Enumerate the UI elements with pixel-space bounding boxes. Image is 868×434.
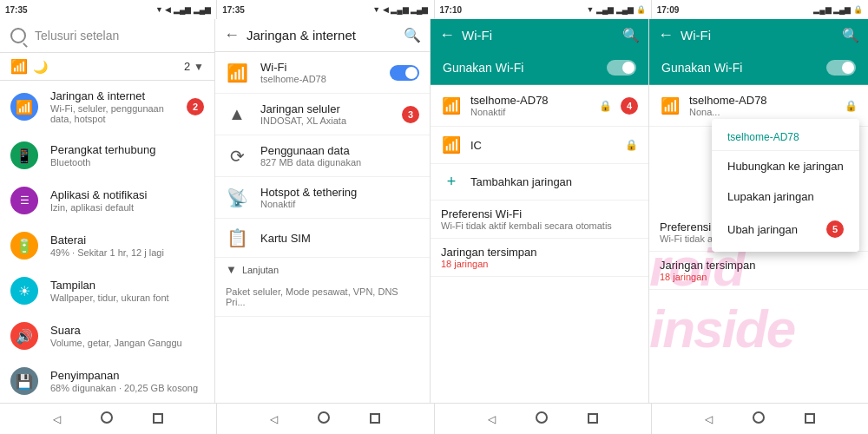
- home-button-2[interactable]: [311, 408, 337, 431]
- wifi-toggle-switch[interactable]: [607, 60, 636, 76]
- wifi-saved-button[interactable]: Jaringan tersimpan 18 jaringan: [431, 239, 648, 277]
- network-item-text: Jaringan & internet Wi-Fi, seluler, peng…: [50, 89, 174, 124]
- back-button-2[interactable]: ◁: [263, 410, 285, 429]
- cellular-item-text: Jaringan seluler INDOSAT, XL Axiata: [260, 102, 390, 126]
- network-item-cellular[interactable]: ▲ Jaringan seluler INDOSAT, XL Axiata 3: [215, 94, 430, 135]
- status-bar-3: 17:10 ▼ ▂▄▆ ▂▄▆ 🔒: [435, 0, 652, 19]
- wifi-panel4-title: Wi-Fi: [681, 28, 835, 43]
- wifi-header-4: ← Wi-Fi 🔍: [649, 19, 868, 51]
- back-arrow-wifi4[interactable]: ←: [658, 26, 674, 44]
- wifi-saved-button-4[interactable]: Jaringan tersimpan 18 jaringan: [649, 252, 868, 290]
- network-item-hotspot[interactable]: 📡 Hotspot & tethering Nonaktif: [215, 177, 430, 219]
- recents-button-1[interactable]: [146, 408, 170, 431]
- wifi-network-list: 📶 tselhome-AD78 Nonaktif 🔒 4 📶 IC 🔒 +: [431, 85, 648, 403]
- apps-item-subtitle: Izin, aplikasi default: [50, 202, 204, 213]
- context-menu-lupakan[interactable]: Lupakan jaringan: [712, 181, 859, 212]
- network-item-sim[interactable]: 📋 Kartu SIM: [215, 219, 430, 258]
- panel2-title: Jaringan & internet: [247, 28, 397, 43]
- home-button-4[interactable]: [746, 408, 772, 431]
- network-item-subtitle: Wi-Fi, seluler, penggunaan data, hotspot: [50, 103, 174, 124]
- context-menu-ubah-label: Ubah jaringan: [727, 223, 798, 236]
- sound-item-title: Suara: [50, 324, 204, 337]
- search-bar[interactable]: Telusuri setelan: [0, 19, 214, 53]
- wifi-header: ← Wi-Fi 🔍: [431, 19, 648, 51]
- tselhome-status-4: Nona...: [689, 107, 836, 117]
- hotspot-icon: 📡: [226, 187, 248, 208]
- network-panel: ← Jaringan & internet 🔍 📶 Wi-Fi tselhome…: [215, 19, 431, 403]
- home-button-1[interactable]: [94, 408, 120, 431]
- back-arrow-wifi[interactable]: ←: [439, 26, 455, 44]
- sidebar-item-display[interactable]: ☀ Tampilan Wallpaper, tidur, ukuran font: [0, 268, 214, 313]
- context-menu-ubah[interactable]: Ubah jaringan 5: [712, 212, 859, 247]
- home-button-3[interactable]: [529, 408, 555, 431]
- back-button-1[interactable]: ◁: [46, 410, 68, 429]
- icons-1: ▼ ◀ ▂▄▆ ▂▄▆: [155, 5, 211, 14]
- sidebar-item-sound[interactable]: 🔊 Suara Volume, getar, Jangan Ganggu: [0, 313, 214, 358]
- context-menu: tselhome-AD78 Hubungkan ke jaringan Lupa…: [712, 119, 859, 252]
- search-icon-p2[interactable]: 🔍: [404, 27, 421, 43]
- wifi-pref-button[interactable]: Preferensi Wi-Fi Wi-Fi tidak aktif kemba…: [431, 201, 648, 239]
- header-left: 📶 🌙: [10, 58, 48, 75]
- context-menu-network-name: tselhome-AD78: [712, 124, 859, 151]
- back-button-3[interactable]: ◁: [481, 410, 503, 429]
- step3-badge: 3: [402, 106, 419, 123]
- wifi-toggle[interactable]: [390, 65, 419, 81]
- storage-icon: 💾: [10, 367, 38, 395]
- icons-2: ▼ ◀ ▂▄▆ ▂▄▆: [372, 5, 428, 14]
- lock-icon-ic: 🔒: [625, 139, 638, 151]
- wifi-signal-strong-icon: 📶: [441, 96, 462, 115]
- lock-icon-tselhome-4: 🔒: [845, 100, 858, 112]
- context-menu-hubungkan[interactable]: Hubungkan ke jaringan: [712, 151, 859, 181]
- icons-4: ▂▄▆ ▂▄▆ 🔒: [813, 5, 863, 14]
- wifi-panel-title: Wi-Fi: [462, 28, 615, 43]
- recents-button-2[interactable]: [363, 408, 387, 431]
- device-item-title: Perangkat terhubung: [50, 143, 204, 156]
- device-icon: 📱: [10, 141, 38, 169]
- wifi-toggle-row[interactable]: Gunakan Wi-Fi: [431, 51, 648, 85]
- back-button-4[interactable]: ◁: [698, 410, 720, 429]
- wifi-pref-title: Preferensi Wi-Fi: [441, 207, 638, 220]
- sound-icon: 🔊: [10, 322, 38, 350]
- sidebar-item-apps[interactable]: ☰ Aplikasi & notifikasi Izin, aplikasi d…: [0, 178, 214, 223]
- wifi-network-tselhome[interactable]: 📶 tselhome-AD78 Nonaktif 🔒 4: [431, 85, 648, 127]
- network-item-data[interactable]: ⟳ Penggunaan data 827 MB data digunakan: [215, 135, 430, 177]
- sidebar-item-battery[interactable]: 🔋 Baterai 49% · Sekitar 1 hr, 12 j lagi: [0, 223, 214, 268]
- step2-badge: 2: [187, 98, 204, 115]
- search-icon: [10, 28, 26, 43]
- add-icon: +: [441, 173, 462, 191]
- time-4: 17:09: [657, 5, 680, 15]
- wifi-saved-count-4: 18 jaringan: [660, 272, 858, 282]
- wifi-network-ic[interactable]: 📶 IC 🔒: [431, 127, 648, 164]
- wifi-item-text: Wi-Fi tselhome-AD78: [260, 61, 378, 84]
- storage-item-text: Penyimpanan 68% digunakan · 20,25 GB kos…: [50, 369, 204, 393]
- battery-icon: 🔋: [10, 232, 38, 260]
- add-network-button[interactable]: + Tambahkan jaringan: [431, 164, 648, 201]
- data-item-text: Penggunaan data 827 MB data digunakan: [260, 144, 419, 168]
- cellular-item-subtitle: INDOSAT, XL Axiata: [260, 115, 390, 126]
- back-arrow-icon[interactable]: ←: [224, 26, 240, 44]
- device-item-text: Perangkat terhubung Bluetooth: [50, 143, 204, 168]
- sim-item-text: Kartu SIM: [260, 232, 419, 245]
- sidebar-item-device[interactable]: 📱 Perangkat terhubung Bluetooth: [0, 133, 214, 178]
- recents-button-3[interactable]: [581, 408, 605, 431]
- data-item-subtitle: 827 MB data digunakan: [260, 157, 419, 168]
- wifi-search-icon[interactable]: 🔍: [622, 27, 640, 43]
- wifi-toggle-switch-4[interactable]: [826, 60, 856, 76]
- panel1-header: 📶 🌙 2 ▼: [0, 53, 214, 81]
- network-item-wifi[interactable]: 📶 Wi-Fi tselhome-AD78: [215, 52, 430, 94]
- sidebar-item-network[interactable]: 📶 Jaringan & internet Wi-Fi, seluler, pe…: [0, 81, 214, 133]
- wifi-item-subtitle: tselhome-AD78: [260, 74, 378, 84]
- icons-3: ▼ ▂▄▆ ▂▄▆ 🔒: [587, 5, 646, 14]
- apps-icon: ☰: [10, 187, 38, 214]
- display-item-subtitle: Wallpaper, tidur, ukuran font: [50, 293, 204, 303]
- device-item-subtitle: Bluetooth: [50, 157, 204, 168]
- count-badge: 2: [184, 60, 190, 73]
- sidebar-item-storage[interactable]: 💾 Penyimpanan 68% digunakan · 20,25 GB k…: [0, 358, 214, 403]
- wifi-toggle-row-4[interactable]: Gunakan Wi-Fi: [649, 51, 868, 85]
- network-item-advanced[interactable]: Paket seluler, Mode pesawat, VPN, DNS Pr…: [215, 278, 430, 317]
- bottom-nav-2: ◁: [217, 404, 434, 434]
- recents-button-4[interactable]: [798, 408, 822, 431]
- wifi4-search-icon[interactable]: 🔍: [842, 27, 859, 43]
- network-item-title: Jaringan & internet: [50, 89, 174, 102]
- display-icon: ☀: [10, 277, 38, 305]
